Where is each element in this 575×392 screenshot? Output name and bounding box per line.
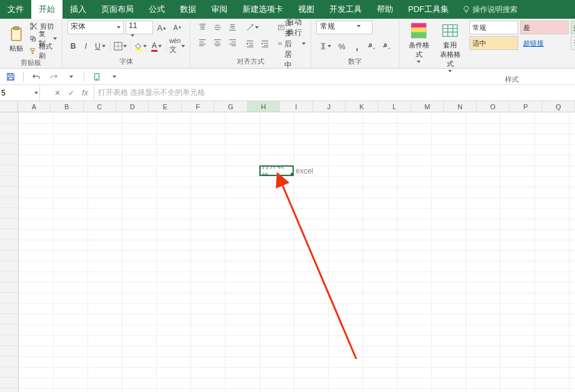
orientation-button[interactable] [243, 21, 261, 34]
align-middle-button[interactable] [211, 21, 224, 34]
style-hyperlink[interactable]: 超链接 [520, 36, 569, 50]
align-bottom-button[interactable] [226, 21, 239, 34]
col-header-I[interactable]: I [280, 101, 312, 112]
formula-input[interactable] [94, 85, 575, 100]
align-left-button[interactable] [196, 36, 209, 49]
conditional-format-button[interactable]: 条件格式 [404, 21, 433, 64]
accounting-format-button[interactable] [316, 39, 334, 53]
row-header[interactable] [0, 112, 18, 123]
enter-formula-button[interactable]: ✓ [65, 87, 78, 99]
align-center-button[interactable] [211, 36, 224, 49]
format-painter-button[interactable]: 格式刷 [29, 46, 57, 57]
col-header-F[interactable]: F [182, 101, 214, 112]
tab-new[interactable]: 新建选项卡 [235, 0, 291, 19]
col-header-J[interactable]: J [313, 101, 346, 112]
italic-button[interactable]: I [80, 39, 91, 53]
row-header[interactable] [0, 261, 18, 272]
save-button[interactable] [4, 70, 18, 84]
row-header[interactable] [0, 134, 18, 144]
col-header-M[interactable]: M [411, 101, 444, 112]
tab-dev[interactable]: 开发工具 [322, 0, 369, 19]
selected-cell[interactable]: 打开表格 [259, 165, 294, 176]
decrease-font-button[interactable]: A▼ [171, 21, 184, 34]
bold-button[interactable]: B [68, 39, 79, 53]
tab-pdf[interactable]: PDF工具集 [401, 0, 456, 19]
row-header[interactable] [0, 218, 18, 229]
undo-button[interactable] [29, 70, 43, 84]
cancel-formula-button[interactable]: ✕ [51, 87, 64, 99]
worksheet-grid[interactable]: A B C D E F G H I J K L M N O P Q 打开表格 e… [0, 101, 575, 392]
col-header-G[interactable]: G [214, 101, 247, 112]
col-header-K[interactable]: K [346, 101, 378, 112]
decrease-indent-button[interactable] [243, 37, 257, 51]
row-header[interactable] [0, 325, 18, 335]
col-header-P[interactable]: P [509, 101, 542, 112]
name-box[interactable] [0, 85, 40, 100]
redo-button[interactable] [47, 70, 61, 84]
row-header[interactable] [0, 335, 18, 346]
border-button[interactable] [113, 39, 128, 53]
tab-insert[interactable]: 插入 [62, 0, 94, 19]
increase-font-button[interactable]: A▲ [155, 21, 169, 34]
row-header[interactable] [0, 165, 18, 176]
row-header[interactable] [0, 303, 18, 314]
font-color-button[interactable]: A [149, 39, 163, 53]
row-header[interactable] [0, 240, 18, 250]
font-size-select[interactable]: 11 [126, 21, 153, 34]
increase-indent-button[interactable] [258, 37, 272, 51]
tab-review[interactable]: 审阅 [204, 0, 235, 19]
row-header[interactable] [0, 378, 18, 388]
decrease-decimal-button[interactable]: .0 [380, 39, 394, 53]
tab-file[interactable]: 文件 [0, 0, 31, 19]
row-header[interactable] [0, 187, 18, 197]
table-format-button[interactable]: 套用 表格格式 [436, 21, 464, 74]
row-header[interactable] [0, 367, 18, 378]
col-header-O[interactable]: O [477, 101, 509, 112]
fill-color-button[interactable] [133, 39, 148, 53]
fill-handle[interactable] [291, 173, 294, 176]
row-header[interactable] [0, 229, 18, 240]
col-header-B[interactable]: B [51, 101, 83, 112]
name-box-input[interactable] [1, 89, 34, 97]
row-header[interactable] [0, 272, 18, 282]
style-good[interactable]: 好 [571, 21, 575, 34]
qat-customize[interactable] [64, 70, 78, 84]
style-calc[interactable]: 计算 [571, 36, 575, 50]
select-all-corner[interactable] [0, 101, 18, 112]
row-header[interactable] [0, 282, 18, 293]
row-header[interactable] [0, 144, 18, 155]
tab-home[interactable]: 开始 [31, 0, 62, 19]
col-header-Q[interactable]: Q [542, 101, 575, 112]
paste-button[interactable]: 粘贴 [5, 21, 27, 57]
align-right-button[interactable] [226, 36, 239, 49]
row-header[interactable] [0, 356, 18, 367]
touch-mode-button[interactable] [90, 70, 104, 84]
tab-view[interactable]: 视图 [291, 0, 322, 19]
phonetic-button[interactable]: wén文 [169, 39, 185, 53]
row-header[interactable] [0, 346, 18, 356]
qat-more[interactable] [108, 70, 121, 84]
cells-area[interactable]: 打开表格 excel [19, 112, 575, 392]
col-header-H[interactable]: H [248, 101, 280, 112]
tab-data[interactable]: 数据 [172, 0, 204, 19]
row-header[interactable] [0, 155, 18, 165]
row-header[interactable] [0, 208, 18, 218]
row-header[interactable] [0, 250, 18, 261]
font-name-select[interactable]: 宋体 [68, 21, 124, 34]
style-bad[interactable]: 差 [520, 21, 569, 34]
underline-button[interactable]: U [93, 39, 108, 53]
increase-decimal-button[interactable]: .0 [365, 39, 379, 53]
col-header-C[interactable]: C [84, 101, 116, 112]
row-header[interactable] [0, 388, 18, 392]
col-header-N[interactable]: N [444, 101, 476, 112]
row-header[interactable] [0, 197, 18, 208]
comma-button[interactable]: , [350, 39, 364, 53]
tell-me-search[interactable]: 操作说明搜索 [462, 0, 518, 19]
number-format-select[interactable]: 常规 [316, 21, 372, 34]
col-header-A[interactable]: A [18, 101, 51, 112]
row-header[interactable] [0, 293, 18, 303]
align-top-button[interactable] [196, 21, 209, 34]
col-header-E[interactable]: E [149, 101, 181, 112]
col-header-D[interactable]: D [116, 101, 149, 112]
row-header[interactable] [0, 123, 18, 134]
